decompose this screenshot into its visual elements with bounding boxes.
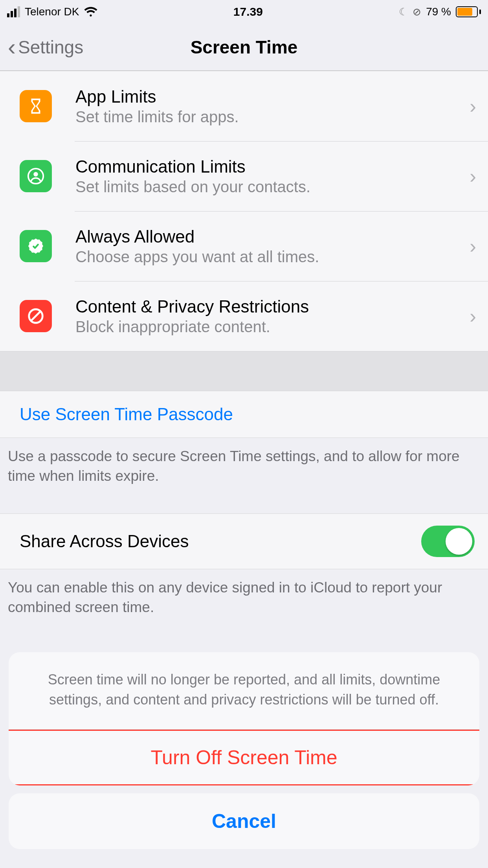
turn-off-action-sheet: Screen time will no longer be reported, … — [0, 652, 488, 868]
chevron-right-icon: › — [462, 305, 476, 327]
checkmark-seal-icon — [20, 230, 52, 262]
row-subtitle: Block inappropriate content. — [75, 318, 462, 336]
chevron-right-icon: › — [462, 165, 476, 188]
row-subtitle: Set time limits for apps. — [75, 108, 462, 126]
row-use-passcode[interactable]: Use Screen Time Passcode — [0, 391, 488, 438]
row-share-across-devices: Share Across Devices — [0, 513, 488, 569]
chevron-right-icon: › — [462, 95, 476, 118]
back-label: Settings — [18, 37, 83, 58]
page-title: Screen Time — [191, 37, 298, 58]
status-right: ☾ ⊘ 79 % — [399, 6, 481, 18]
signal-icon — [7, 6, 20, 17]
row-title: Content & Privacy Restrictions — [75, 297, 462, 316]
passcode-footer: Use a passcode to secure Screen Time set… — [0, 438, 488, 490]
carrier-label: Telenor DK — [25, 6, 79, 18]
svg-point-1 — [33, 172, 38, 177]
row-content-privacy[interactable]: Content & Privacy Restrictions Block ina… — [0, 281, 488, 351]
no-sign-icon — [20, 300, 52, 332]
status-bar: Telenor DK 17.39 ☾ ⊘ 79 % — [0, 0, 488, 24]
row-subtitle: Choose apps you want at all times. — [75, 248, 462, 266]
screen-time-settings: Telenor DK 17.39 ☾ ⊘ 79 % ‹ Settings Scr… — [0, 0, 488, 868]
link-label: Use Screen Time Passcode — [20, 405, 233, 424]
turn-off-screen-time-button[interactable]: Turn Off Screen Time — [9, 730, 479, 785]
back-button[interactable]: ‹ Settings — [8, 35, 83, 59]
screen-time-options: App Limits Set time limits for apps. › C… — [0, 71, 488, 351]
hourglass-icon — [20, 90, 52, 122]
row-app-limits[interactable]: App Limits Set time limits for apps. › — [0, 71, 488, 141]
cancel-button[interactable]: Cancel — [9, 793, 479, 849]
orientation-lock-icon: ⊘ — [413, 6, 421, 18]
row-communication-limits[interactable]: Communication Limits Set limits based on… — [0, 141, 488, 211]
row-title: Always Allowed — [75, 227, 462, 246]
nav-bar: ‹ Settings Screen Time — [0, 24, 488, 71]
row-always-allowed[interactable]: Always Allowed Choose apps you want at a… — [0, 211, 488, 281]
battery-icon — [456, 6, 481, 17]
battery-percent: 79 % — [426, 6, 451, 18]
do-not-disturb-icon: ☾ — [399, 6, 408, 18]
row-subtitle: Set limits based on your contacts. — [75, 178, 462, 196]
wifi-icon — [84, 7, 97, 17]
share-footer: You can enable this on any device signed… — [0, 569, 488, 621]
row-title: Communication Limits — [75, 157, 462, 177]
clock: 17.39 — [233, 5, 263, 18]
section-spacer — [0, 351, 488, 391]
person-circle-icon — [20, 160, 52, 192]
row-title: App Limits — [75, 87, 462, 107]
row-title: Share Across Devices — [20, 531, 189, 551]
svg-line-3 — [31, 312, 40, 321]
share-toggle[interactable] — [421, 526, 475, 557]
status-left: Telenor DK — [7, 6, 97, 18]
chevron-left-icon: ‹ — [8, 35, 16, 59]
sheet-message: Screen time will no longer be reported, … — [9, 652, 479, 729]
chevron-right-icon: › — [462, 235, 476, 257]
